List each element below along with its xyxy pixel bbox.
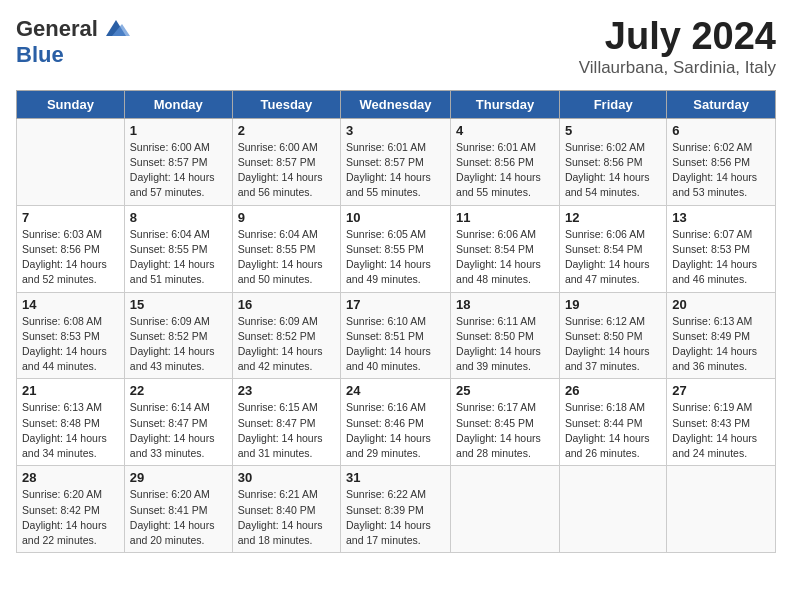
day-number: 5 [565, 123, 661, 138]
calendar-cell: 6Sunrise: 6:02 AM Sunset: 8:56 PM Daylig… [667, 118, 776, 205]
day-number: 24 [346, 383, 445, 398]
calendar-table: SundayMondayTuesdayWednesdayThursdayFrid… [16, 90, 776, 553]
day-number: 2 [238, 123, 335, 138]
day-number: 25 [456, 383, 554, 398]
day-number: 28 [22, 470, 119, 485]
day-info: Sunrise: 6:00 AM Sunset: 8:57 PM Dayligh… [130, 140, 227, 201]
calendar-cell: 2Sunrise: 6:00 AM Sunset: 8:57 PM Daylig… [232, 118, 340, 205]
day-info: Sunrise: 6:00 AM Sunset: 8:57 PM Dayligh… [238, 140, 335, 201]
title-block: July 2024 Villaurbana, Sardinia, Italy [579, 16, 776, 78]
day-number: 26 [565, 383, 661, 398]
day-info: Sunrise: 6:20 AM Sunset: 8:41 PM Dayligh… [130, 487, 227, 548]
calendar-day-header: Wednesday [341, 90, 451, 118]
calendar-cell: 11Sunrise: 6:06 AM Sunset: 8:54 PM Dayli… [451, 205, 560, 292]
day-info: Sunrise: 6:01 AM Sunset: 8:57 PM Dayligh… [346, 140, 445, 201]
day-number: 29 [130, 470, 227, 485]
calendar-cell: 19Sunrise: 6:12 AM Sunset: 8:50 PM Dayli… [559, 292, 666, 379]
day-number: 8 [130, 210, 227, 225]
calendar-day-header: Sunday [17, 90, 125, 118]
calendar-cell: 20Sunrise: 6:13 AM Sunset: 8:49 PM Dayli… [667, 292, 776, 379]
day-number: 22 [130, 383, 227, 398]
calendar-day-header: Monday [124, 90, 232, 118]
day-info: Sunrise: 6:22 AM Sunset: 8:39 PM Dayligh… [346, 487, 445, 548]
day-number: 10 [346, 210, 445, 225]
day-number: 21 [22, 383, 119, 398]
day-number: 3 [346, 123, 445, 138]
day-info: Sunrise: 6:18 AM Sunset: 8:44 PM Dayligh… [565, 400, 661, 461]
calendar-week-row: 14Sunrise: 6:08 AM Sunset: 8:53 PM Dayli… [17, 292, 776, 379]
logo-blue: Blue [16, 42, 64, 67]
day-number: 27 [672, 383, 770, 398]
day-number: 1 [130, 123, 227, 138]
day-info: Sunrise: 6:04 AM Sunset: 8:55 PM Dayligh… [130, 227, 227, 288]
day-info: Sunrise: 6:10 AM Sunset: 8:51 PM Dayligh… [346, 314, 445, 375]
day-number: 16 [238, 297, 335, 312]
calendar-cell: 21Sunrise: 6:13 AM Sunset: 8:48 PM Dayli… [17, 379, 125, 466]
calendar-cell: 12Sunrise: 6:06 AM Sunset: 8:54 PM Dayli… [559, 205, 666, 292]
calendar-cell: 10Sunrise: 6:05 AM Sunset: 8:55 PM Dayli… [341, 205, 451, 292]
day-number: 9 [238, 210, 335, 225]
logo: General Blue [16, 16, 130, 68]
calendar-cell: 13Sunrise: 6:07 AM Sunset: 8:53 PM Dayli… [667, 205, 776, 292]
calendar-day-header: Saturday [667, 90, 776, 118]
calendar-cell: 25Sunrise: 6:17 AM Sunset: 8:45 PM Dayli… [451, 379, 560, 466]
calendar-cell: 8Sunrise: 6:04 AM Sunset: 8:55 PM Daylig… [124, 205, 232, 292]
calendar-cell: 29Sunrise: 6:20 AM Sunset: 8:41 PM Dayli… [124, 466, 232, 553]
day-number: 30 [238, 470, 335, 485]
calendar-cell: 17Sunrise: 6:10 AM Sunset: 8:51 PM Dayli… [341, 292, 451, 379]
calendar-cell: 26Sunrise: 6:18 AM Sunset: 8:44 PM Dayli… [559, 379, 666, 466]
calendar-cell: 1Sunrise: 6:00 AM Sunset: 8:57 PM Daylig… [124, 118, 232, 205]
calendar-cell: 27Sunrise: 6:19 AM Sunset: 8:43 PM Dayli… [667, 379, 776, 466]
day-number: 17 [346, 297, 445, 312]
calendar-week-row: 28Sunrise: 6:20 AM Sunset: 8:42 PM Dayli… [17, 466, 776, 553]
calendar-cell: 16Sunrise: 6:09 AM Sunset: 8:52 PM Dayli… [232, 292, 340, 379]
day-info: Sunrise: 6:05 AM Sunset: 8:55 PM Dayligh… [346, 227, 445, 288]
day-info: Sunrise: 6:07 AM Sunset: 8:53 PM Dayligh… [672, 227, 770, 288]
calendar-cell: 15Sunrise: 6:09 AM Sunset: 8:52 PM Dayli… [124, 292, 232, 379]
calendar-day-header: Friday [559, 90, 666, 118]
day-info: Sunrise: 6:16 AM Sunset: 8:46 PM Dayligh… [346, 400, 445, 461]
calendar-week-row: 1Sunrise: 6:00 AM Sunset: 8:57 PM Daylig… [17, 118, 776, 205]
day-info: Sunrise: 6:01 AM Sunset: 8:56 PM Dayligh… [456, 140, 554, 201]
day-number: 20 [672, 297, 770, 312]
day-info: Sunrise: 6:20 AM Sunset: 8:42 PM Dayligh… [22, 487, 119, 548]
calendar-cell: 4Sunrise: 6:01 AM Sunset: 8:56 PM Daylig… [451, 118, 560, 205]
calendar-cell: 5Sunrise: 6:02 AM Sunset: 8:56 PM Daylig… [559, 118, 666, 205]
day-info: Sunrise: 6:09 AM Sunset: 8:52 PM Dayligh… [130, 314, 227, 375]
day-number: 15 [130, 297, 227, 312]
day-info: Sunrise: 6:21 AM Sunset: 8:40 PM Dayligh… [238, 487, 335, 548]
day-number: 11 [456, 210, 554, 225]
day-info: Sunrise: 6:03 AM Sunset: 8:56 PM Dayligh… [22, 227, 119, 288]
calendar-body: 1Sunrise: 6:00 AM Sunset: 8:57 PM Daylig… [17, 118, 776, 552]
calendar-day-header: Thursday [451, 90, 560, 118]
day-number: 14 [22, 297, 119, 312]
calendar-header-row: SundayMondayTuesdayWednesdayThursdayFrid… [17, 90, 776, 118]
day-number: 13 [672, 210, 770, 225]
day-number: 18 [456, 297, 554, 312]
day-info: Sunrise: 6:13 AM Sunset: 8:48 PM Dayligh… [22, 400, 119, 461]
day-number: 19 [565, 297, 661, 312]
calendar-cell: 3Sunrise: 6:01 AM Sunset: 8:57 PM Daylig… [341, 118, 451, 205]
day-info: Sunrise: 6:17 AM Sunset: 8:45 PM Dayligh… [456, 400, 554, 461]
calendar-day-header: Tuesday [232, 90, 340, 118]
calendar-cell: 18Sunrise: 6:11 AM Sunset: 8:50 PM Dayli… [451, 292, 560, 379]
calendar-cell: 14Sunrise: 6:08 AM Sunset: 8:53 PM Dayli… [17, 292, 125, 379]
page-subtitle: Villaurbana, Sardinia, Italy [579, 58, 776, 78]
calendar-cell [667, 466, 776, 553]
day-info: Sunrise: 6:04 AM Sunset: 8:55 PM Dayligh… [238, 227, 335, 288]
day-info: Sunrise: 6:06 AM Sunset: 8:54 PM Dayligh… [565, 227, 661, 288]
calendar-cell [559, 466, 666, 553]
calendar-cell: 31Sunrise: 6:22 AM Sunset: 8:39 PM Dayli… [341, 466, 451, 553]
calendar-week-row: 21Sunrise: 6:13 AM Sunset: 8:48 PM Dayli… [17, 379, 776, 466]
day-info: Sunrise: 6:02 AM Sunset: 8:56 PM Dayligh… [565, 140, 661, 201]
day-info: Sunrise: 6:15 AM Sunset: 8:47 PM Dayligh… [238, 400, 335, 461]
day-number: 4 [456, 123, 554, 138]
calendar-week-row: 7Sunrise: 6:03 AM Sunset: 8:56 PM Daylig… [17, 205, 776, 292]
calendar-cell: 30Sunrise: 6:21 AM Sunset: 8:40 PM Dayli… [232, 466, 340, 553]
day-info: Sunrise: 6:14 AM Sunset: 8:47 PM Dayligh… [130, 400, 227, 461]
day-info: Sunrise: 6:08 AM Sunset: 8:53 PM Dayligh… [22, 314, 119, 375]
day-number: 12 [565, 210, 661, 225]
page-title: July 2024 [579, 16, 776, 58]
calendar-cell: 24Sunrise: 6:16 AM Sunset: 8:46 PM Dayli… [341, 379, 451, 466]
calendar-cell: 23Sunrise: 6:15 AM Sunset: 8:47 PM Dayli… [232, 379, 340, 466]
